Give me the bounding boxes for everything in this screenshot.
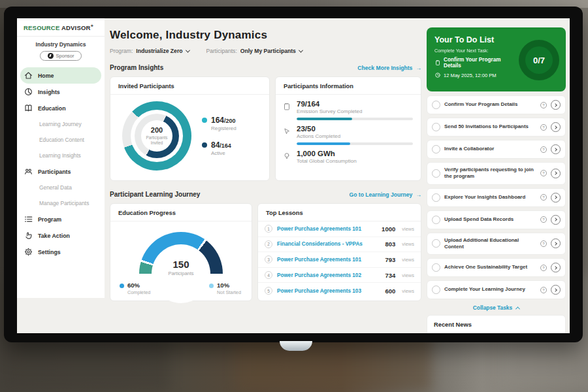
sidebar-item-education-content[interactable]: Education Content <box>17 132 105 148</box>
collapse-tasks-link[interactable]: Collapse Tasks <box>427 299 566 315</box>
task-checkbox[interactable] <box>432 145 440 154</box>
todo-progress-value: 0/7 <box>525 46 553 74</box>
sidebar-item-manage-participants[interactable]: Manage Participants <box>17 195 105 211</box>
clipboard-icon <box>282 102 291 111</box>
card-title: Participants Information <box>276 77 421 95</box>
org-name: Industry Dynamics <box>17 37 105 48</box>
sidebar-item-learning-insights[interactable]: Learning Insights <box>17 148 105 163</box>
recent-news-card: Recent News <box>427 315 566 333</box>
task-checkbox[interactable] <box>432 101 440 109</box>
arrow-right-icon: → <box>416 65 421 71</box>
progress-bar <box>297 142 350 145</box>
help-icon[interactable]: ? <box>540 240 547 247</box>
section-title-program-insights: Program Insights <box>110 64 163 71</box>
task-go-button[interactable] <box>551 144 561 154</box>
task-go-button[interactable] <box>551 100 561 110</box>
task-row[interactable]: Confirm Your Program Details ? <box>427 95 566 114</box>
sidebar-item-general-data[interactable]: General Data <box>17 180 105 195</box>
help-icon[interactable]: ? <box>540 102 547 108</box>
logo-resource: RESOURCE <box>24 24 59 31</box>
task-go-button[interactable] <box>551 169 561 178</box>
task-go-button[interactable] <box>551 193 561 203</box>
task-checkbox[interactable] <box>432 286 440 294</box>
insights-icon <box>24 87 33 97</box>
help-icon[interactable]: ? <box>540 194 547 201</box>
chevron-down-icon <box>185 48 189 52</box>
task-go-button[interactable] <box>551 122 561 132</box>
sidebar-item-participants[interactable]: Participants <box>17 163 105 180</box>
education-gauge-chart: 150 Participants <box>139 232 223 274</box>
stat-actions-completed: 23/50 Actions Completed <box>282 125 412 145</box>
task-row[interactable]: Complete Your Learning Journey ? <box>427 280 566 299</box>
sidebar-item-settings[interactable]: Settings <box>17 244 105 260</box>
list-icon <box>24 214 33 224</box>
go-to-learning-journey-link[interactable]: Go to Learning Journey → <box>349 191 421 198</box>
chevron-down-icon <box>299 48 303 52</box>
help-icon[interactable]: ? <box>540 265 547 271</box>
gear-icon <box>24 247 33 257</box>
sidebar-item-insights[interactable]: Insights <box>17 84 105 100</box>
app-logo: RESOURCE ADVISOR+ <box>17 18 105 37</box>
task-go-button[interactable] <box>551 238 561 248</box>
help-icon[interactable]: ? <box>540 216 547 223</box>
sponsor-icon <box>48 53 54 59</box>
task-row[interactable]: Send 50 Invitations to Participants ? <box>427 118 566 137</box>
task-checkbox[interactable] <box>432 239 440 248</box>
rank-badge: 2 <box>265 240 272 248</box>
task-go-button[interactable] <box>551 285 561 295</box>
participants-dropdown[interactable]: Participants: Only My Participants <box>206 48 302 54</box>
task-row[interactable]: Invite a Collaborator ? <box>427 140 566 159</box>
clipboard-icon <box>434 59 441 66</box>
sidebar-item-program[interactable]: Program <box>17 211 105 227</box>
app-window: RESOURCE ADVISOR+ Industry Dynamics Spon… <box>17 18 570 333</box>
rank-badge: 3 <box>265 255 272 263</box>
task-row[interactable]: Verify participants requesting to join t… <box>427 162 566 185</box>
task-row[interactable]: Upload Spend Data Records ? <box>427 210 566 229</box>
task-checkbox[interactable] <box>432 123 440 131</box>
rank-badge: 1 <box>265 225 272 233</box>
education-progress-card: Education Progress 150 Participants 60%C… <box>110 203 252 301</box>
todo-title: Your To Do List <box>434 35 519 44</box>
lesson-link[interactable]: Power Purchase Agreements 102 <box>277 272 380 278</box>
todo-progress-ring: 0/7 <box>519 40 559 80</box>
task-list: Confirm Your Program Details ? Send 50 I… <box>427 95 566 299</box>
sidebar-item-home[interactable]: Home <box>20 67 101 84</box>
legend-dot <box>120 284 124 288</box>
legend-dot <box>202 142 207 148</box>
sidebar-item-learning-journey[interactable]: Learning Journey <box>17 116 105 132</box>
help-icon[interactable]: ? <box>540 170 547 176</box>
task-go-button[interactable] <box>551 263 561 272</box>
participants-information-card: Participants Information 79/164 Emission… <box>275 76 421 181</box>
todo-subtitle: Complete Your Next Task: <box>434 48 519 54</box>
lesson-link[interactable]: Power Purchase Agreements 101 <box>277 257 380 263</box>
sponsor-badge[interactable]: Sponsor <box>40 51 82 61</box>
lightbulb-icon <box>282 152 291 161</box>
program-dropdown[interactable]: Program: Industrialize Zero <box>110 48 189 54</box>
task-checkbox[interactable] <box>432 216 440 224</box>
lesson-link[interactable]: Power Purchase Agreements 103 <box>277 288 380 294</box>
check-more-insights-link[interactable]: Check More Insights → <box>357 65 421 71</box>
task-row[interactable]: Explore Your Insights Dashboard ? <box>427 188 566 207</box>
task-go-button[interactable] <box>551 215 561 225</box>
stat-emission-survey: 79/164 Emission Survey Completed <box>282 100 412 120</box>
lesson-row: 3 Power Purchase Agreements 101 793 view… <box>258 252 421 268</box>
arrow-right-icon: → <box>416 191 421 198</box>
legend-active: 84/164 Active <box>202 140 237 156</box>
task-checkbox[interactable] <box>432 193 440 202</box>
task-row[interactable]: Achieve One Sustainability Target ? <box>427 258 566 277</box>
task-row[interactable]: Upload Additional Educational Content ? <box>427 233 566 255</box>
task-checkbox[interactable] <box>432 263 440 272</box>
todo-header-card: Your To Do List Complete Your Next Task:… <box>427 27 566 91</box>
help-icon[interactable]: ? <box>540 146 547 153</box>
sidebar-item-take-action[interactable]: Take Action <box>17 227 105 244</box>
lesson-link[interactable]: Power Purchase Agreements 101 <box>277 226 377 232</box>
card-title: Top Lessons <box>258 204 421 221</box>
main-content: Welcome, Industry Dynamics Program: Indu… <box>110 18 421 333</box>
task-checkbox[interactable] <box>432 169 440 178</box>
help-icon[interactable]: ? <box>540 287 547 293</box>
sidebar-item-education[interactable]: Education <box>17 100 105 116</box>
help-icon[interactable]: ? <box>540 124 547 131</box>
todo-due-date: 12 May 2025, 12:00 PM <box>434 72 519 78</box>
section-title-learning-journey: Participant Learning Journey <box>110 191 200 198</box>
lesson-link[interactable]: Financial Considerations - VPPAs <box>277 241 380 247</box>
